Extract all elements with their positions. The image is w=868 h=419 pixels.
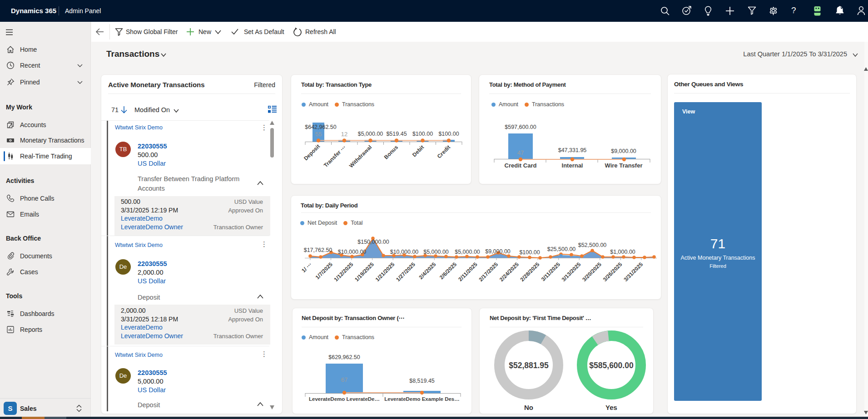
svg-text:1/7/2025: 1/7/2025 bbox=[314, 261, 334, 281]
svg-text:2/24/2025: 2/24/2025 bbox=[498, 261, 520, 283]
svg-text:1/27/2025: 1/27/2025 bbox=[395, 261, 417, 283]
svg-text:$597,600.00: $597,600.00 bbox=[505, 124, 536, 130]
svg-text:$10,000.00: $10,000.00 bbox=[338, 249, 367, 255]
svg-text:2/17/2025: 2/17/2025 bbox=[477, 261, 499, 283]
svg-text:$9,000.00: $9,000.00 bbox=[485, 248, 511, 255]
svg-text:67: 67 bbox=[341, 376, 347, 383]
svg-text:$585,600.00: $585,600.00 bbox=[589, 361, 634, 370]
svg-text:55: 55 bbox=[315, 131, 322, 138]
svg-text:2/28/2025: 2/28/2025 bbox=[519, 261, 541, 283]
svg-text:$629,962.50: $629,962.50 bbox=[328, 354, 360, 360]
svg-text:Internal: Internal bbox=[562, 162, 583, 169]
svg-text:1/ ⋯: 1/ ⋯ bbox=[300, 261, 313, 274]
svg-text:No: No bbox=[524, 404, 533, 411]
svg-text:$17,762.50: $17,762.50 bbox=[304, 247, 332, 253]
svg-text:$5,000.00: $5,000.00 bbox=[455, 249, 480, 255]
svg-text:$5,000.00: $5,000.00 bbox=[358, 131, 383, 137]
svg-text:3/11/2025: 3/11/2025 bbox=[540, 261, 561, 282]
svg-text:Bonus: Bonus bbox=[383, 144, 400, 161]
svg-text:$8,519.45: $8,519.45 bbox=[409, 378, 435, 384]
svg-text:1/12/2025: 1/12/2025 bbox=[333, 261, 355, 283]
svg-text:3/31/2025: 3/31/2025 bbox=[622, 261, 644, 283]
svg-text:12: 12 bbox=[341, 131, 347, 138]
svg-text:LeverateDemo Example Des…: LeverateDemo Example Des… bbox=[384, 396, 460, 402]
svg-text:Transfer ⋯: Transfer ⋯ bbox=[322, 144, 347, 168]
svg-text:$519.45: $519.45 bbox=[386, 131, 407, 137]
svg-text:$642,962.50: $642,962.50 bbox=[305, 124, 337, 130]
svg-text:$1,000.00: $1,000.00 bbox=[610, 249, 635, 255]
svg-text:Credit Card: Credit Card bbox=[505, 162, 537, 169]
svg-text:$100.00: $100.00 bbox=[412, 131, 433, 137]
svg-text:2/11/2025: 2/11/2025 bbox=[457, 261, 478, 282]
svg-text:3/20/2025: 3/20/2025 bbox=[581, 261, 603, 283]
svg-text:47: 47 bbox=[517, 149, 524, 156]
svg-text:3/26/2025: 3/26/2025 bbox=[602, 261, 624, 283]
svg-text:LeverateDemo LeverateDe…: LeverateDemo LeverateDe… bbox=[309, 396, 380, 402]
svg-text:2/4/2025: 2/4/2025 bbox=[417, 261, 437, 281]
svg-text:1/19/2025: 1/19/2025 bbox=[353, 261, 375, 283]
svg-text:Wire Transfer: Wire Transfer bbox=[605, 162, 643, 169]
svg-text:$100.00: $100.00 bbox=[438, 131, 459, 137]
svg-text:1/21/2025: 1/21/2025 bbox=[374, 261, 396, 283]
svg-text:$150,000.00: $150,000.00 bbox=[357, 239, 389, 245]
svg-text:$52,881.95: $52,881.95 bbox=[509, 361, 549, 370]
svg-text:$10,000.00: $10,000.00 bbox=[390, 249, 419, 255]
svg-text:Debit: Debit bbox=[411, 144, 425, 158]
svg-text:Yes: Yes bbox=[605, 404, 617, 411]
svg-text:$9,000.00: $9,000.00 bbox=[611, 148, 636, 154]
svg-text:$47,331.95: $47,331.95 bbox=[558, 147, 587, 153]
svg-text:Credit: Credit bbox=[436, 144, 451, 159]
svg-text:3/13/2025: 3/13/2025 bbox=[560, 261, 582, 283]
svg-text:$5,000.00: $5,000.00 bbox=[423, 249, 449, 255]
svg-text:$52,500.00: $52,500.00 bbox=[578, 242, 607, 248]
svg-text:$100.00: $100.00 bbox=[519, 249, 540, 256]
svg-text:2/6/2025: 2/6/2025 bbox=[438, 261, 458, 281]
svg-text:Withdrawal: Withdrawal bbox=[348, 144, 373, 169]
svg-text:$25,500.00: $25,500.00 bbox=[547, 246, 576, 252]
svg-text:Deposit: Deposit bbox=[303, 143, 321, 162]
